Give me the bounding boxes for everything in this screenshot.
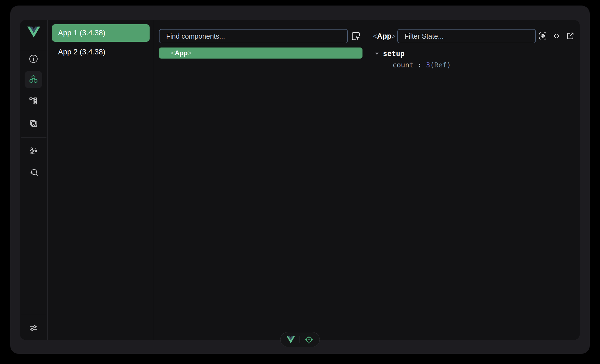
- cursor-select-icon: [351, 31, 361, 41]
- sidebar-divider: [21, 315, 46, 315]
- devtools-trigger-pill: [280, 332, 320, 347]
- state-section-title: setup: [383, 49, 405, 58]
- component-tree-panel: <App>: [154, 20, 367, 340]
- tree-node-bracket-open: <: [171, 49, 175, 57]
- sidebar-item-graph[interactable]: [25, 142, 42, 160]
- tag-bracket-close: >: [392, 32, 396, 40]
- sliders-icon: [28, 323, 38, 333]
- state-entry-key: count: [393, 61, 413, 69]
- vue-logo-button[interactable]: [287, 336, 295, 343]
- inspect-target-button[interactable]: [305, 335, 314, 344]
- sidebar-item-pages[interactable]: [25, 115, 42, 132]
- open-external-button[interactable]: [565, 30, 576, 41]
- tree-icon: [28, 96, 38, 106]
- tag-name: App: [377, 32, 392, 40]
- state-entry-separator: :: [413, 61, 426, 69]
- tree-node-name: App: [175, 49, 188, 57]
- sidebar-item-inspector[interactable]: [25, 164, 42, 181]
- app-item-label: App 2 (3.4.38): [58, 48, 105, 56]
- state-entry-value: 3: [426, 61, 430, 69]
- view-code-button[interactable]: [551, 30, 562, 41]
- devtools-panel: App 1 (3.4.38) App 2 (3.4.38) <App>: [20, 20, 580, 340]
- selected-component-tag: <App>: [373, 29, 396, 43]
- sidebar-divider: [21, 137, 46, 138]
- app-list-item[interactable]: App 2 (3.4.38): [52, 43, 150, 61]
- state-entry-type: (Ref): [430, 61, 451, 69]
- devtools-window: App 1 (3.4.38) App 2 (3.4.38) <App>: [10, 6, 590, 354]
- pill-divider: [299, 336, 300, 343]
- inspector-icon: [28, 168, 38, 178]
- external-link-icon: [566, 31, 575, 40]
- state-section-setup[interactable]: setup: [367, 48, 580, 59]
- app-list-panel: App 1 (3.4.38) App 2 (3.4.38): [48, 20, 154, 340]
- state-panel: <App>: [367, 20, 580, 340]
- find-components-input[interactable]: [159, 29, 348, 43]
- info-icon: [28, 54, 38, 64]
- sidebar-item-settings[interactable]: [25, 319, 42, 337]
- tree-node-app[interactable]: <App>: [159, 48, 362, 59]
- app-item-label: App 1 (3.4.38): [58, 29, 105, 37]
- vue-logo: [287, 336, 295, 343]
- sidebar-item-overview[interactable]: [25, 50, 42, 68]
- sidebar-item-timeline[interactable]: [25, 92, 42, 110]
- pages-icon: [28, 118, 38, 128]
- tag-bracket-open: <: [373, 32, 377, 40]
- sidebar-item-components[interactable]: [25, 71, 42, 88]
- target-icon: [305, 335, 314, 344]
- filter-state-input[interactable]: [397, 29, 536, 43]
- graph-icon: [28, 146, 38, 156]
- components-icon: [28, 74, 39, 85]
- chevron-down-icon: [375, 52, 379, 55]
- inspect-dom-button[interactable]: [537, 30, 548, 41]
- tree-node-bracket-close: >: [188, 49, 192, 57]
- state-entry-count[interactable]: count : 3(Ref): [393, 59, 451, 70]
- code-icon: [552, 31, 561, 40]
- app-list-item[interactable]: App 1 (3.4.38): [52, 24, 150, 42]
- select-component-button[interactable]: [350, 31, 361, 42]
- eye-scan-icon: [538, 31, 547, 40]
- vue-logo: [20, 20, 47, 51]
- sidebar: [20, 20, 48, 340]
